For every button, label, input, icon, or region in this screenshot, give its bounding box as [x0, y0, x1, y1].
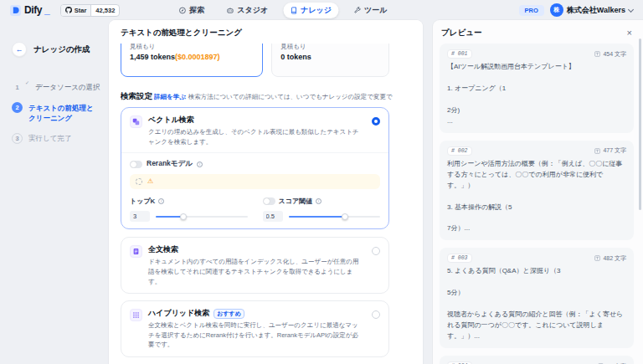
dify-logo-icon: [10, 5, 21, 16]
sticky-section-title: テキストの前処理とクリーニング: [109, 20, 423, 44]
nav-item-knowledge[interactable]: ナレッジ: [283, 3, 338, 18]
account-name: 株式会社Walkers: [567, 5, 625, 16]
topk-param: トップK: [130, 197, 248, 222]
chevron-down-icon: [628, 6, 634, 12]
star-count: 42,532: [91, 5, 119, 16]
nav-item-studio[interactable]: スタジオ: [219, 3, 275, 18]
search-settings-header: 検索設定詳細を学ぶ検索方法についての詳細については、いつでもナレッジの設定で変更…: [121, 87, 393, 102]
nav-label: スタジオ: [237, 5, 268, 16]
divider: [121, 152, 388, 153]
top-right: PRO 株 株式会社Walkers: [519, 3, 633, 17]
score-slider[interactable]: [289, 216, 381, 218]
estimate-cards: 見積もり 1,459 tokens($0.0001897) 見積もり 0 tok…: [121, 44, 389, 77]
main-nav: 探索 スタジオ ナレッジ ツール: [172, 3, 394, 18]
chunk-text: 5. よくある質問（Q&A）と深掘り（3 5分） 視聴者からよくある質問の紹介と…: [447, 266, 626, 342]
chunk-char-count: 482 文字: [603, 254, 626, 263]
chunk-card: # 002 477 文字 利用シーンや活用方法の概要（例：「例えば、〇〇に従事す…: [440, 141, 634, 241]
chunk-id-badge: # 001: [447, 49, 472, 59]
char-count-icon: [594, 148, 600, 154]
recommend-badge: おすすめ: [213, 309, 244, 319]
info-icon[interactable]: [316, 198, 322, 204]
rerank-label: Rerankモデル: [147, 159, 193, 169]
method-title: 全文検索: [148, 244, 363, 255]
vector-search-radio[interactable]: [372, 117, 380, 126]
chunk-char-count: 477 文字: [603, 146, 626, 155]
star-label: Star: [75, 7, 87, 14]
info-icon[interactable]: [197, 161, 203, 167]
estimate-tokens: 1,459 tokens: [130, 53, 175, 61]
char-count-icon: [594, 51, 600, 57]
method-title: ベクトル検索: [148, 115, 363, 126]
score-input[interactable]: [263, 211, 283, 222]
method-card-fulltext-search[interactable]: 全文検索 ドキュメント内のすべての用語をインデックス化し、ユーザーが任意の用語を…: [121, 237, 389, 294]
check-icon: ✓: [25, 79, 29, 85]
step-label: テキストの前処理とクリーニング: [28, 102, 97, 124]
explore-icon: [178, 7, 186, 14]
vector-search-icon: [130, 115, 142, 128]
plan-badge[interactable]: PRO: [519, 5, 544, 16]
warning-icon: ⚠: [147, 178, 153, 185]
method-desc: ドキュメント内のすべての用語をインデックス化し、ユーザーが任意の用語を検索してそ…: [148, 257, 363, 286]
estimate-tokens: 0 tokens: [280, 53, 380, 61]
step-item-preprocess[interactable]: 2 テキストの前処理とクリーニング: [12, 102, 102, 124]
estimate-card-selected[interactable]: 見積もり 1,459 tokens($0.0001897): [121, 44, 263, 77]
knowledge-icon: [290, 7, 297, 14]
method-desc: クエリの埋め込みを生成し、そのベクトル表現に最も類似したテキストチャンクを検索し…: [148, 127, 363, 146]
score-label: スコア閾値: [279, 197, 313, 206]
chunk-char-count: 454 文字: [603, 50, 626, 59]
nav-item-explore[interactable]: 探索: [172, 3, 211, 18]
main-panel: テキストの前処理とクリーニング 見積もり 1,459 tokens($0.000…: [109, 20, 423, 364]
score-slider-knob[interactable]: [342, 213, 348, 220]
method-card-hybrid-search[interactable]: ハイブリッド検索 おすすめ 全文検索とベクトル検索を同時に実行し、ユーザーのクエ…: [121, 300, 389, 357]
estimate-label: 見積もり: [280, 44, 380, 51]
topk-slider-knob[interactable]: [180, 213, 187, 220]
method-title: ハイブリッド検索: [148, 308, 209, 319]
info-icon[interactable]: [158, 198, 164, 204]
back-button[interactable]: [12, 42, 27, 57]
score-threshold-toggle[interactable]: [263, 197, 275, 205]
method-card-vector-search[interactable]: ベクトル検索 クエリの埋め込みを生成し、そのベクトル表現に最も類似したテキストチ…: [121, 107, 389, 229]
step-label: 実行して完了: [28, 133, 71, 144]
dify-logo[interactable]: Dify_: [10, 4, 50, 16]
step-item-datasource[interactable]: 1 ✓ データソースの選択: [12, 82, 102, 93]
nav-label: 探索: [189, 5, 204, 16]
github-star-badge[interactable]: Star 42,532: [60, 4, 121, 17]
search-settings-desc: 検索方法についての詳細については、いつでもナレッジの設定で変更できます。: [188, 93, 393, 100]
estimate-label: 見積もり: [130, 44, 254, 51]
step-item-execute[interactable]: 3 実行して完了: [12, 133, 102, 144]
step-number: 3: [12, 133, 23, 144]
step-number: 1: [12, 82, 23, 93]
chunk-id-badge: # 002: [447, 146, 472, 156]
app-root: Dify_ Star 42,532 探索 スタジオ ナレッジ: [0, 0, 643, 364]
rerank-model-select[interactable]: ⚠: [130, 174, 380, 189]
topk-input[interactable]: [130, 211, 150, 222]
learn-more-link[interactable]: 詳細を学ぶ: [154, 93, 186, 100]
chunk-text: 【AIツール解説動画用台本テンプレート】 1. オープニング（1 2分) ...: [447, 62, 626, 127]
github-icon: [65, 7, 72, 13]
search-settings-title: 検索設定: [121, 91, 152, 100]
avatar: 株: [550, 3, 563, 17]
step-number: 2: [12, 102, 23, 113]
topk-slider[interactable]: [156, 216, 248, 218]
char-count-icon: [594, 255, 600, 261]
steps-list: 1 ✓ データソースの選択 2 テキストの前処理とクリーニング 3 実行して完了: [12, 82, 102, 144]
top-bar: Dify_ Star 42,532 探索 スタジオ ナレッジ: [0, 0, 643, 20]
preview-title: プレビュー: [441, 28, 481, 38]
chunk-id-badge: # 003: [447, 254, 472, 263]
logo-accent: _: [44, 4, 50, 16]
estimate-card-plain[interactable]: 見積もり 0 tokens: [271, 44, 389, 77]
studio-icon: [226, 7, 234, 14]
account-menu[interactable]: 株 株式会社Walkers: [550, 3, 633, 17]
preview-panel: プレビュー × # 001 454 文字 【AIツール解説動画用台本テンプレート…: [433, 20, 643, 364]
close-icon[interactable]: ×: [627, 28, 632, 38]
score-param: スコア閾値: [263, 197, 381, 222]
preview-scrollbar[interactable]: [639, 38, 641, 210]
loading-icon: [136, 178, 142, 185]
estimate-price: ($0.0001897): [175, 53, 220, 61]
rerank-toggle[interactable]: [130, 161, 142, 168]
chunk-text: 利用シーンや活用方法の概要（例：「例えば、〇〇に従事する方々にとっては、〇〇での…: [447, 159, 626, 235]
logo-text: Dify: [24, 4, 42, 16]
nav-item-tools[interactable]: ツール: [347, 3, 394, 18]
nav-label: ナレッジ: [301, 5, 332, 16]
preview-chunk-list: # 001 454 文字 【AIツール解説動画用台本テンプレート】 1. オープ…: [433, 44, 643, 364]
